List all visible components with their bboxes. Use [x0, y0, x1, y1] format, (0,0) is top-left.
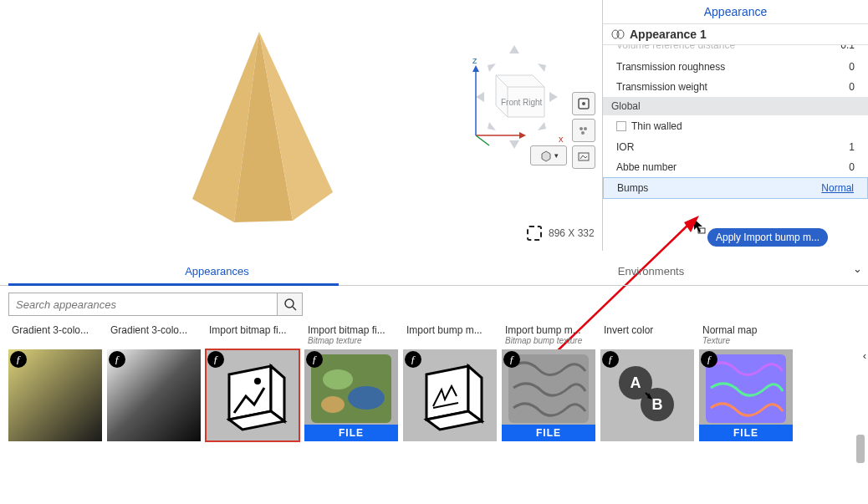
thumb-grad-g[interactable]: Gradient 3-colo...ƒ — [107, 323, 201, 441]
appearance-icon — [611, 29, 625, 39]
svg-text:Right: Right — [523, 98, 543, 107]
prop-label: IOR — [616, 141, 634, 153]
svg-point-37 — [285, 299, 294, 308]
thumbnail-strip: Gradient 3-colo...ƒGradient 3-colo...ƒIm… — [0, 323, 868, 441]
view-mode-button[interactable] — [572, 92, 595, 115]
fx-badge-icon: ƒ — [503, 351, 520, 368]
svg-text:Front: Front — [501, 98, 521, 107]
viewport-toolbar — [572, 92, 599, 172]
prop-bumps[interactable]: Bumps Normal — [603, 177, 868, 199]
thumb-title: Import bump m... — [406, 324, 483, 336]
svg-marker-29 — [542, 151, 550, 161]
prop-thin-walled[interactable]: Thin walled — [603, 115, 868, 137]
section-global-header: Global — [603, 97, 868, 115]
prop-label: Transmission weight — [616, 81, 707, 93]
view-cube-dropdown[interactable]: ▾ — [530, 145, 567, 165]
thumb-normal[interactable]: Normal mapTextureƒFILE — [699, 323, 793, 441]
fx-badge-icon: ƒ — [701, 351, 717, 368]
thumb-grad-y[interactable]: Gradient 3-colo...ƒ — [8, 323, 102, 441]
thumb-cube-img[interactable]: Import bitmap fi...ƒ — [206, 323, 299, 441]
prop-value: 0 — [849, 61, 855, 73]
panel-caret-icon[interactable]: ‹ — [863, 349, 866, 362]
svg-line-38 — [293, 307, 296, 310]
fx-badge-icon: ƒ — [109, 351, 125, 368]
thumb-image: ƒFILE — [304, 349, 398, 441]
orientation-cube[interactable]: Front Right z x — [464, 43, 564, 152]
viewport-3d[interactable]: Front Right z x ▾ 896 X 332 — [0, 0, 602, 251]
thumb-image: ƒ — [403, 349, 497, 441]
prop-value: 0 — [849, 81, 855, 93]
thin-walled-label: Thin walled — [631, 120, 682, 132]
thumb-cube-bump[interactable]: Import bump m...ƒ — [403, 323, 497, 441]
svg-point-48 — [323, 369, 353, 389]
search-icon — [283, 298, 297, 311]
display-options-button[interactable] — [572, 119, 595, 142]
thumb-subtitle: Bitmap texture — [308, 336, 395, 345]
dimensions-text: 896 X 332 — [549, 227, 595, 239]
thumb-title: Import bitmap fi... — [209, 324, 287, 336]
thumb-title: Import bitmap fi... — [308, 324, 385, 336]
svg-marker-21 — [519, 132, 526, 139]
file-badge: FILE — [699, 425, 793, 441]
thumb-image: ƒ — [206, 349, 299, 441]
thumb-title: Import bump m... — [505, 324, 581, 336]
thumb-title: Gradient 3-colo... — [110, 324, 187, 336]
thumb-image: ƒFILE — [502, 349, 595, 441]
thumb-invert[interactable]: Invert colorABƒ — [600, 323, 694, 441]
svg-marker-7 — [549, 92, 558, 102]
svg-point-25 — [580, 127, 583, 130]
panel-tab-appearance[interactable]: Appearance — [603, 0, 868, 23]
fx-badge-icon: ƒ — [10, 351, 27, 368]
svg-marker-4 — [509, 45, 519, 53]
fx-badge-icon: ƒ — [602, 351, 619, 368]
svg-rect-47 — [311, 354, 391, 423]
prop-transmission-roughness[interactable]: Transmission roughness 0 — [603, 57, 868, 77]
file-badge: FILE — [502, 425, 595, 441]
svg-point-49 — [348, 386, 385, 410]
viewport-dimensions: 896 X 332 — [527, 226, 595, 241]
svg-point-45 — [254, 378, 261, 384]
thin-walled-checkbox[interactable] — [616, 121, 626, 131]
scrollbar-thumb[interactable] — [856, 435, 865, 463]
prop-abbe[interactable]: Abbe number 0 — [603, 157, 868, 177]
thumb-image: ƒ — [8, 349, 102, 441]
svg-marker-8 — [488, 64, 496, 72]
search-input[interactable] — [9, 293, 277, 315]
appearance-panel: Appearance Appearance 1 Volume reference… — [602, 0, 868, 251]
render-options-button[interactable] — [572, 145, 595, 169]
thumb-title: Normal map — [702, 324, 757, 336]
search-bar — [8, 293, 303, 316]
prop-label: Transmission roughness — [616, 61, 725, 73]
thumb-bitmap[interactable]: Import bitmap fi...Bitmap textureƒFILE — [304, 323, 398, 441]
prop-transmission-weight[interactable]: Transmission weight 0 — [603, 77, 868, 97]
tab-environments[interactable]: Environments — [434, 257, 868, 285]
bumps-value-link[interactable]: Normal — [821, 182, 854, 194]
appearance-item-header[interactable]: Appearance 1 — [603, 23, 868, 45]
thumb-title: Gradient 3-colo... — [12, 324, 89, 336]
search-button[interactable] — [277, 293, 302, 315]
fit-frame-icon — [527, 226, 542, 241]
svg-marker-12 — [496, 75, 544, 117]
prop-ior[interactable]: IOR 1 — [603, 137, 868, 157]
svg-text:A: A — [631, 374, 641, 391]
fx-badge-icon: ƒ — [306, 351, 323, 368]
thumb-subtitle: Texture — [702, 336, 789, 345]
thumb-bump-tex[interactable]: Import bump m...Bitmap bump textureƒFILE — [502, 323, 595, 441]
svg-point-26 — [584, 127, 587, 130]
svg-marker-6 — [476, 92, 484, 102]
svg-marker-11 — [538, 122, 546, 130]
library-tabstrip: Appearances Environments — [0, 257, 868, 286]
tab-appearances[interactable]: Appearances — [0, 257, 434, 285]
thumb-image: ABƒ — [600, 349, 694, 441]
prop-value: 1 — [849, 141, 855, 153]
axis-x-label: x — [559, 134, 564, 144]
fx-badge-icon: ƒ — [405, 351, 421, 368]
svg-marker-5 — [509, 140, 519, 149]
prop-label: Volume reference distance — [616, 45, 735, 51]
drop-tooltip: Apply Import bump m... — [707, 228, 828, 247]
svg-line-22 — [476, 135, 489, 145]
axis-z-label: z — [472, 55, 477, 65]
thumb-title: Invert color — [604, 324, 653, 336]
model-pyramid — [176, 32, 343, 232]
svg-point-50 — [321, 396, 345, 413]
